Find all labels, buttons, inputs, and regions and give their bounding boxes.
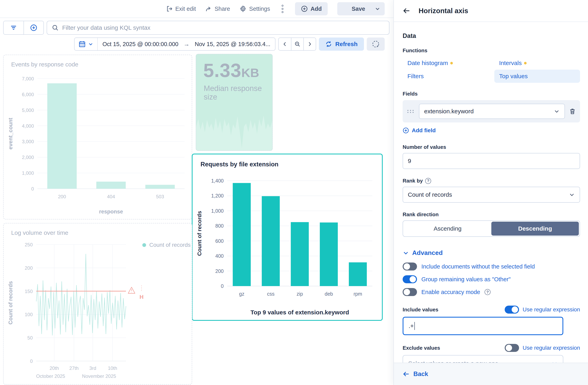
ascending-button[interactable]: Ascending bbox=[404, 222, 491, 236]
data-heading: Data bbox=[403, 32, 580, 40]
exit-edit-label: Exit edit bbox=[175, 6, 196, 12]
settings-button[interactable]: Settings bbox=[240, 5, 270, 12]
help-icon[interactable]: ? bbox=[425, 178, 431, 184]
field-select[interactable]: extension.keyword bbox=[419, 104, 565, 119]
calendar-menu-button[interactable] bbox=[75, 38, 98, 50]
rank-by-label: Rank by ? bbox=[403, 178, 580, 184]
function-intervals[interactable]: Intervals bbox=[494, 56, 580, 70]
time-back-button[interactable] bbox=[279, 38, 291, 50]
save-icon bbox=[342, 6, 349, 12]
chevron-left-icon bbox=[282, 41, 288, 47]
panel-events-by-response-code[interactable]: 01,0002,0003,0004,0005,0006,0007,0002004… bbox=[3, 55, 192, 219]
add-filter-button[interactable] bbox=[23, 21, 43, 34]
svg-text:Top 9 values of extension.keyw: Top 9 values of extension.keyword bbox=[251, 309, 349, 316]
svg-text:event_count: event_count bbox=[8, 118, 14, 149]
save-button[interactable]: Save bbox=[337, 6, 370, 12]
advanced-accordion[interactable]: Advanced bbox=[403, 249, 580, 256]
svg-text:November 2025: November 2025 bbox=[82, 373, 116, 379]
chevron-down-icon bbox=[88, 42, 93, 47]
include-values-row: Include values Use regular expression bbox=[403, 306, 580, 314]
refresh-button[interactable]: Refresh bbox=[319, 38, 364, 51]
number-of-values-input[interactable] bbox=[403, 153, 580, 169]
chart-legend[interactable]: Count of records bbox=[142, 242, 190, 248]
svg-text:400: 400 bbox=[215, 253, 224, 259]
start-date[interactable]: Oct 15, 2025 @ 00:00:00.000 bbox=[98, 41, 183, 47]
exclude-values-row: Exclude values Use regular expression bbox=[403, 344, 580, 352]
time-zoom-out-button[interactable] bbox=[291, 38, 303, 50]
rank-by-select[interactable]: Count of records bbox=[403, 187, 580, 203]
panel-median-response-size[interactable]: 5.33KB Median response size bbox=[196, 54, 273, 151]
flyout-header: Horizontal axis bbox=[394, 0, 588, 22]
add-field-button[interactable]: Add field bbox=[403, 127, 580, 134]
share-label: Share bbox=[215, 6, 230, 12]
events-bar-chart: 01,0002,0003,0004,0005,0006,0007,0002004… bbox=[4, 55, 192, 219]
filter-buttons bbox=[3, 21, 44, 35]
dashed-circle-play-icon bbox=[372, 40, 380, 48]
save-split-button: Save bbox=[337, 2, 385, 15]
svg-text:0: 0 bbox=[31, 186, 34, 191]
help-icon[interactable]: ? bbox=[484, 289, 490, 295]
legend-label: Count of records bbox=[149, 242, 190, 248]
function-date-histogram[interactable]: Date histogram bbox=[403, 56, 494, 70]
include-values-input[interactable]: .+ bbox=[403, 317, 563, 335]
regex-toggle[interactable] bbox=[505, 306, 519, 314]
new-badge-dot bbox=[524, 62, 527, 65]
svg-text:1,000: 1,000 bbox=[211, 208, 224, 214]
drag-handle[interactable] bbox=[407, 110, 415, 113]
svg-text:200: 200 bbox=[58, 194, 66, 199]
share-button[interactable]: Share bbox=[206, 6, 230, 12]
exclude-regex-cluster: Use regular expression bbox=[505, 344, 580, 352]
use-regex-label[interactable]: Use regular expression bbox=[523, 345, 580, 351]
add-panel-button[interactable]: Add bbox=[295, 2, 328, 15]
save-options-button[interactable] bbox=[370, 2, 385, 15]
dashboard-area: Exit edit Share Settings Add Save bbox=[0, 0, 394, 385]
flyout-footer: Back bbox=[394, 363, 588, 385]
back-arrow-icon[interactable] bbox=[403, 7, 411, 15]
svg-text:Count of records: Count of records bbox=[196, 211, 203, 256]
back-arrow-icon bbox=[403, 370, 410, 378]
svg-text:deb: deb bbox=[325, 291, 333, 297]
filter-menu-button[interactable] bbox=[4, 21, 23, 34]
rank-direction-group: Ascending Descending bbox=[403, 220, 580, 237]
panel-log-volume-over-time[interactable]: 05010015020025020th27th3rd10thOctober 20… bbox=[3, 223, 192, 385]
query-bar bbox=[0, 18, 394, 36]
date-range-picker: Oct 15, 2025 @ 00:00:00.000 → Nov 15, 20… bbox=[74, 38, 275, 51]
panel-requests-by-file-extension[interactable]: 02004006008001,0001,2001,400gzcsszipdebr… bbox=[192, 154, 383, 321]
kql-input[interactable] bbox=[62, 24, 384, 31]
regex-toggle[interactable] bbox=[505, 344, 519, 352]
function-top-values[interactable]: Top values bbox=[494, 70, 580, 83]
exclude-values-label: Exclude values bbox=[403, 345, 440, 351]
functions-label: Functions bbox=[403, 47, 580, 54]
toggle-group-other: Group remaining values as "Other" bbox=[403, 275, 580, 283]
gear-icon bbox=[240, 5, 246, 12]
toggle-switch[interactable] bbox=[403, 288, 417, 296]
exit-edit-button[interactable]: Exit edit bbox=[166, 6, 196, 12]
descending-button[interactable]: Descending bbox=[491, 222, 579, 236]
metric-subtitle: Median response size bbox=[204, 84, 272, 101]
time-forward-button[interactable] bbox=[303, 38, 316, 50]
svg-text:css: css bbox=[267, 291, 275, 297]
svg-text:200: 200 bbox=[215, 268, 224, 274]
back-button[interactable]: Back bbox=[403, 370, 428, 378]
share-icon bbox=[206, 6, 212, 12]
svg-text:20th: 20th bbox=[50, 365, 59, 371]
auto-refresh-button[interactable] bbox=[367, 38, 385, 51]
toggle-switch[interactable] bbox=[403, 275, 417, 283]
top-toolbar: Exit edit Share Settings Add Save bbox=[0, 0, 394, 18]
rank-direction-label: Rank direction bbox=[403, 211, 580, 218]
kibana-lens-editor: Exit edit Share Settings Add Save bbox=[0, 0, 588, 385]
toggle-switch[interactable] bbox=[403, 263, 417, 271]
chevron-down-icon bbox=[375, 6, 380, 12]
trash-icon[interactable] bbox=[569, 108, 576, 115]
svg-text:0: 0 bbox=[30, 359, 33, 364]
svg-text:150: 150 bbox=[25, 289, 33, 294]
requests-bar-chart: 02004006008001,0001,2001,400gzcsszipdebr… bbox=[192, 154, 382, 320]
svg-text:27th: 27th bbox=[69, 365, 79, 371]
function-filters[interactable]: Filters bbox=[403, 70, 494, 83]
chevron-down-icon bbox=[403, 250, 409, 256]
legend-dot-icon bbox=[142, 243, 146, 247]
end-date[interactable]: Nov 15, 2025 @ 19:56:03.4... bbox=[190, 41, 275, 47]
include-regex-cluster: Use regular expression bbox=[505, 306, 580, 314]
use-regex-label[interactable]: Use regular expression bbox=[523, 306, 580, 313]
more-options-button[interactable] bbox=[280, 5, 285, 13]
